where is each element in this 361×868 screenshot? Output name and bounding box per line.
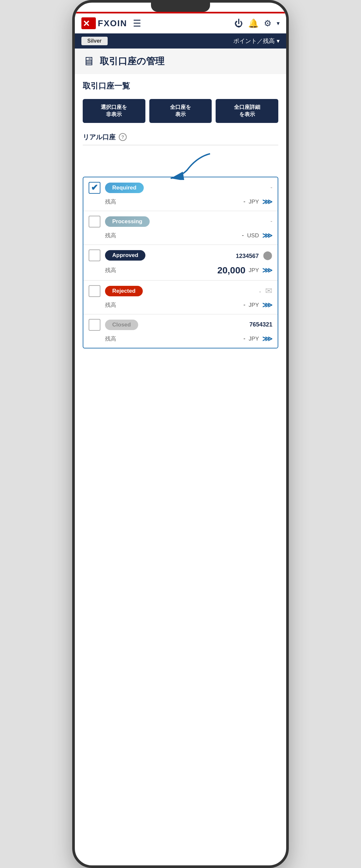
account-checkbox-2[interactable] [89, 216, 101, 227]
status-badge-approved: Approved [105, 250, 145, 260]
account-row-bottom: 残高 20,000 JPY ⋙ [83, 263, 278, 280]
account-row-bottom: 残高 - JPY ⋙ [83, 196, 278, 211]
balance-right-1: - JPY ⋙ [244, 198, 272, 206]
table-row: Processing - 残高 - USD ⋙ [83, 211, 278, 245]
balance-right-2: - USD ⋙ [242, 231, 272, 240]
page-title-bar: 🖥 取引口座の管理 [75, 49, 286, 74]
arrow-annotation [83, 151, 278, 180]
points-dropdown-icon: ▾ [277, 37, 280, 44]
table-row: Closed 7654321 残高 - JPY ⋙ [83, 314, 278, 348]
status-badge-closed: Closed [105, 319, 138, 330]
silver-bar: Silver ポイント／残高 ▾ [75, 33, 286, 49]
account-row-top: ✔ Required - [83, 177, 278, 196]
monitor-icon: 🖥 [83, 54, 94, 68]
account-list: ✔ Required - 残高 - JPY ⋙ [83, 177, 278, 348]
balance-right-3: 20,000 JPY ⋙ [217, 265, 272, 276]
bell-icon[interactable]: 🔔 [248, 18, 259, 29]
logo-svg-icon: ✕ [81, 18, 96, 29]
account-row-left: Rejected [89, 285, 143, 297]
divider [83, 145, 278, 145]
balance-amount-3: 20,000 [217, 265, 246, 276]
account-row-left: Processing [89, 216, 150, 227]
arrow-svg [138, 151, 223, 180]
expand-icon-3[interactable]: ⋙ [262, 266, 272, 275]
account-checkbox-3[interactable] [89, 249, 101, 261]
status-badge-required: Required [105, 183, 144, 193]
gear-icon[interactable]: ⚙ [264, 18, 271, 29]
account-row-right: - [271, 218, 272, 225]
expand-icon-4[interactable]: ⋙ [262, 301, 272, 309]
account-row-bottom: 残高 - JPY ⋙ [83, 333, 278, 348]
mail-icon[interactable]: ✉ [265, 286, 272, 296]
currency-5: JPY [249, 336, 259, 342]
logo: ✕ FXOIN [81, 18, 127, 29]
account-row-bottom: 残高 - JPY ⋙ [83, 299, 278, 314]
account-row-top: Approved 1234567 ⬤ [83, 245, 278, 263]
expand-icon-2[interactable]: ⋙ [262, 231, 272, 240]
account-row-right: 7654321 [249, 321, 272, 328]
header-dropdown-icon[interactable]: ▾ [277, 20, 280, 27]
currency-4: JPY [249, 302, 259, 308]
logo-text: FXOIN [98, 18, 127, 29]
svg-text:✕: ✕ [83, 19, 90, 29]
phone-frame: ✕ FXOIN ☰ ⏻ 🔔 ⚙ ▾ Silver ポイント／残高 ▾ 🖥 取引口… [72, 0, 289, 868]
balance-label-5: 残高 [89, 335, 116, 343]
expand-icon-5[interactable]: ⋙ [262, 335, 272, 343]
account-row-top: Processing - [83, 211, 278, 229]
account-row-top: Rejected - ✉ [83, 281, 278, 299]
account-checkbox-5[interactable] [89, 319, 101, 331]
header-left: ✕ FXOIN ☰ [81, 18, 141, 29]
header: ✕ FXOIN ☰ ⏻ 🔔 ⚙ ▾ [75, 13, 286, 33]
main-content: 取引口座一覧 選択口座を非表示 全口座を表示 全口座詳細を表示 リアル口座 ? [75, 74, 286, 355]
balance-dash-5: - [244, 335, 246, 342]
expand-icon-1[interactable]: ⋙ [262, 198, 272, 206]
currency-3: JPY [249, 267, 259, 274]
show-all-button[interactable]: 全口座を表示 [149, 99, 212, 123]
balance-label-3: 残高 [89, 267, 116, 274]
page-title: 取引口座の管理 [100, 55, 164, 67]
account-row-right: - ✉ [259, 286, 272, 296]
balance-dash-4: - [244, 302, 246, 308]
silver-badge: Silver [81, 37, 108, 45]
show-all-details-button[interactable]: 全口座詳細を表示 [216, 99, 278, 123]
account-number-5: 7654321 [249, 321, 272, 328]
status-badge-rejected: Rejected [105, 286, 143, 296]
account-row-left: Closed [89, 319, 138, 331]
section-title: 取引口座一覧 [83, 81, 278, 91]
hide-selected-button[interactable]: 選択口座を非表示 [83, 99, 145, 123]
balance-right-5: - JPY ⋙ [244, 335, 272, 343]
account-row-left: ✔ Required [89, 182, 144, 194]
account-number-3: 1234567 [235, 253, 259, 259]
currency-2: USD [247, 232, 259, 239]
real-account-label: リアル口座 [83, 133, 115, 142]
phone-notch [151, 3, 210, 12]
account-checkbox-4[interactable] [89, 285, 101, 297]
power-icon[interactable]: ⏻ [234, 18, 243, 29]
account-number-4: - [259, 288, 261, 295]
balance-label-2: 残高 [89, 232, 116, 239]
status-badge-processing: Processing [105, 216, 150, 227]
balance-label-1: 残高 [89, 198, 116, 206]
table-row: Rejected - ✉ 残高 - JPY ⋙ [83, 281, 278, 314]
balance-label-4: 残高 [89, 301, 116, 309]
balance-right-4: - JPY ⋙ [244, 301, 272, 309]
account-number-2: - [271, 218, 272, 224]
table-row: Approved 1234567 ⬤ 残高 20,000 JPY ⋙ [83, 245, 278, 281]
help-icon[interactable]: ? [119, 133, 127, 141]
table-row: ✔ Required - 残高 - JPY ⋙ [83, 177, 278, 211]
header-right: ⏻ 🔔 ⚙ ▾ [234, 18, 280, 29]
action-buttons: 選択口座を非表示 全口座を表示 全口座詳細を表示 [83, 99, 278, 123]
checkmark-icon: ✔ [91, 183, 98, 193]
chart-pie-icon[interactable]: ⬤ [263, 250, 272, 260]
account-row-left: Approved [89, 249, 145, 261]
points-balance-label[interactable]: ポイント／残高 ▾ [233, 37, 280, 45]
account-row-top: Closed 7654321 [83, 314, 278, 333]
hamburger-icon[interactable]: ☰ [133, 18, 141, 29]
account-checkbox-1[interactable]: ✔ [89, 182, 101, 194]
account-row-right: - [271, 184, 272, 191]
currency-1: JPY [249, 199, 259, 205]
balance-dash-2: - [242, 232, 244, 239]
account-row-right: 1234567 ⬤ [235, 250, 272, 260]
account-row-bottom: 残高 - USD ⋙ [83, 229, 278, 245]
balance-dash-1: - [244, 198, 246, 205]
